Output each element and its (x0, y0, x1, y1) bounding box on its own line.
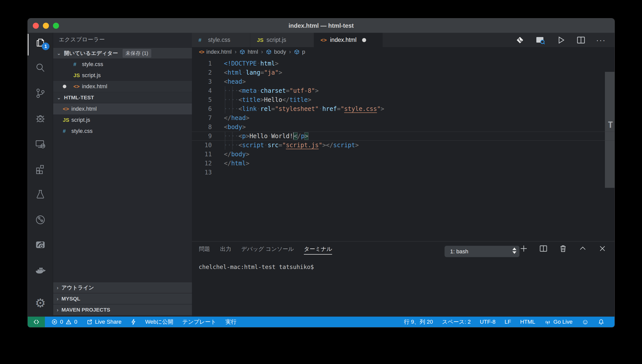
debug-icon[interactable] (28, 108, 53, 130)
breadcrumb-body[interactable]: body (266, 49, 286, 55)
more-actions-icon[interactable]: ··· (596, 36, 606, 44)
folder-section-header[interactable]: ⌄ HTML-TEST (53, 92, 192, 103)
panel-tab-output[interactable]: 出力 (220, 241, 231, 257)
modified-dot-icon[interactable] (362, 38, 366, 42)
open-editors-section-header[interactable]: ⌄ 開いているエディター 未保存 (1) (53, 48, 192, 58)
kill-terminal-icon[interactable] (559, 244, 568, 254)
panel-tab-problems[interactable]: 問題 (199, 241, 210, 257)
maven-projects-section-header[interactable]: › MAVEN PROJECTS (53, 305, 192, 315)
tab-index-html[interactable]: <> index.html (314, 33, 383, 47)
file-item-index-html[interactable]: <> index.html (53, 103, 192, 114)
notifications-bell-icon[interactable] (598, 319, 604, 325)
vscode-window: index.html — html-test 1 (28, 18, 615, 327)
testing-beaker-icon[interactable] (28, 183, 53, 205)
window-controls (33, 23, 59, 29)
gitlens-icon[interactable] (28, 209, 53, 231)
editor-tab-bar: # style.css JS script.js <> index.html (192, 33, 615, 47)
git-compare-icon[interactable] (515, 35, 525, 45)
indentation-status[interactable]: スペース: 2 (442, 318, 471, 326)
lightning-icon (131, 319, 136, 325)
code-editor[interactable]: T 1<!DOCTYPE·html> 2<html·lang="ja"> 3<h… (192, 57, 615, 228)
maximize-panel-icon[interactable] (578, 244, 587, 254)
eol-status[interactable]: LF (505, 319, 511, 325)
source-control-icon[interactable] (28, 82, 53, 104)
terminal-select[interactable]: 1: bash (445, 246, 519, 257)
activity-bar: 1 (28, 33, 53, 317)
cursor-position-status[interactable]: 行 9、列 20 (404, 318, 433, 326)
outline-section-header[interactable]: › アウトライン (53, 282, 192, 293)
html-file-icon: <> (73, 83, 82, 89)
open-editor-item-index-html[interactable]: <> index.html (53, 81, 192, 92)
feedback-smiley-icon[interactable]: ☺ (581, 318, 589, 325)
css-file-icon: # (73, 61, 82, 67)
explorer-badge: 1 (42, 43, 49, 50)
encoding-status[interactable]: UTF-8 (480, 319, 495, 325)
bell-icon (598, 319, 604, 325)
panel-tab-terminal[interactable]: ターミナル (304, 241, 332, 257)
title-bar: index.html — html-test (28, 18, 615, 33)
settings-gear-icon[interactable]: ⚙ (28, 292, 53, 314)
css-file-icon: # (63, 128, 71, 134)
symbol-cube-icon (294, 49, 300, 55)
bottom-panel: 問題 出力 デバッグ コンソール ターミナル 1: bash (192, 241, 615, 317)
panel-tab-debug-console[interactable]: デバッグ コンソール (241, 241, 294, 257)
tab-script-js[interactable]: JS script.js (250, 33, 314, 47)
breadcrumb-html[interactable]: html (240, 49, 258, 55)
unsaved-badge: 未保存 (1) (123, 49, 151, 58)
close-panel-icon[interactable] (598, 244, 607, 254)
error-icon (51, 319, 57, 325)
run-status[interactable]: 実行 (225, 318, 237, 326)
remote-explorer-icon[interactable] (28, 133, 53, 155)
live-share-status[interactable]: Live Share (86, 319, 122, 325)
breadcrumb-p[interactable]: p (294, 49, 305, 55)
language-mode-status[interactable]: HTML (520, 319, 535, 325)
open-editor-item-script-js[interactable]: JS script.js (53, 70, 192, 81)
problems-status[interactable]: 0 0 (51, 319, 77, 325)
terminal-output[interactable]: chelchel-mac:html-test tatsuhiko$ (199, 264, 314, 270)
search-icon[interactable] (28, 57, 53, 79)
remote-indicator[interactable] (28, 317, 45, 327)
open-preview-icon[interactable] (535, 35, 546, 45)
file-item-script-js[interactable]: JS script.js (53, 114, 192, 126)
html-file-icon: <> (63, 106, 71, 112)
remote-icon (33, 319, 40, 325)
open-editor-item-style-css[interactable]: # style.css (53, 59, 192, 70)
close-window-button[interactable] (33, 23, 39, 29)
broadcast-icon (544, 319, 551, 325)
mysql-section-header[interactable]: › MYSQL (53, 293, 192, 304)
editor-group: # style.css JS script.js <> index.html (192, 33, 615, 317)
code-lines: 1<!DOCTYPE·html> 2<html·lang="ja"> 3<hea… (192, 59, 615, 177)
chevron-right-icon: › (235, 49, 237, 55)
extensions-icon[interactable] (28, 158, 53, 180)
chevron-right-icon: › (289, 49, 291, 55)
breadcrumb-file[interactable]: <> index.html (199, 49, 232, 55)
chevron-right-icon: › (57, 285, 59, 291)
js-file-icon: JS (257, 37, 267, 43)
css-file-icon: # (198, 37, 208, 43)
zoom-window-button[interactable] (53, 23, 59, 29)
tab-style-css[interactable]: # style.css (192, 33, 250, 47)
lightning-status[interactable] (131, 319, 136, 325)
breadcrumbs: <> index.html › html › body › p (192, 47, 615, 57)
split-terminal-icon[interactable] (539, 244, 548, 254)
publish-web-status[interactable]: Webに公開 (145, 318, 173, 326)
docker-icon[interactable] (28, 259, 53, 281)
js-file-icon: JS (63, 117, 71, 123)
chevron-down-icon: ⌄ (57, 50, 61, 56)
new-terminal-icon[interactable] (519, 244, 528, 254)
go-live-status[interactable]: Go Live (544, 319, 573, 325)
share-icon (86, 319, 93, 325)
run-icon[interactable] (556, 35, 566, 45)
editor-actions: ··· (515, 33, 615, 47)
file-item-style-css[interactable]: # style.css (53, 126, 192, 137)
explorer-sidebar: エクスプローラー ⌄ 開いているエディター 未保存 (1) # style.cs… (53, 33, 192, 317)
select-stepper-icon (512, 248, 516, 254)
chevron-right-icon: › (57, 307, 59, 313)
split-editor-icon[interactable] (576, 35, 586, 45)
explorer-icon[interactable]: 1 (28, 32, 53, 54)
chevron-right-icon: › (57, 296, 59, 302)
js-file-icon: JS (73, 72, 82, 78)
live-share-icon[interactable] (28, 234, 53, 256)
template-status[interactable]: テンプレート (182, 318, 216, 326)
minimize-window-button[interactable] (43, 23, 49, 29)
